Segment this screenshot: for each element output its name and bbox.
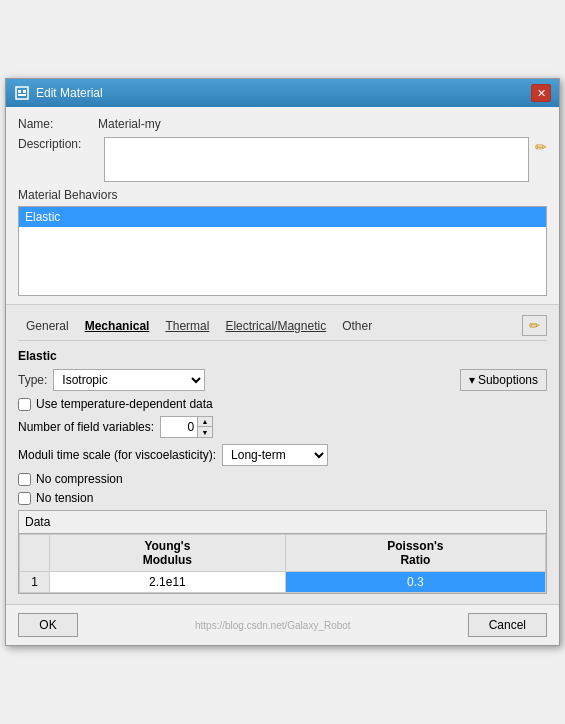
cancel-button[interactable]: Cancel [468, 613, 547, 637]
svg-rect-2 [23, 90, 26, 93]
no-compression-row: No compression [18, 472, 547, 486]
elastic-section-title: Elastic [18, 349, 547, 363]
spinner-buttons: ▲ ▼ [197, 417, 212, 437]
ok-button[interactable]: OK [18, 613, 78, 637]
name-label: Name: [18, 117, 98, 131]
field-vars-input[interactable] [161, 417, 197, 437]
titlebar: Edit Material ✕ [6, 79, 559, 107]
tab-electrical-magnetic[interactable]: Electrical/Magnetic [217, 316, 334, 336]
description-row: Description: ✏ [18, 137, 547, 182]
table-cell-youngs[interactable]: 2.1e11 [50, 572, 286, 593]
table-cell-poisson[interactable]: 0.3 [285, 572, 545, 593]
svg-rect-1 [18, 90, 21, 93]
table-col-youngs: Young'sModulus [50, 535, 286, 572]
tab-thermal[interactable]: Thermal [157, 316, 217, 336]
behaviors-box: Elastic [18, 206, 547, 296]
tabs-bar: General Mechanical Thermal Electrical/Ma… [18, 315, 547, 341]
bottom-bar: OK https://blog.csdn.net/Galaxy_Robot Ca… [6, 604, 559, 645]
description-label: Description: [18, 137, 98, 151]
temp-dependent-label: Use temperature-dependent data [36, 397, 213, 411]
name-value: Material-my [98, 117, 161, 131]
temp-dependent-checkbox[interactable] [18, 398, 31, 411]
description-edit-icon[interactable]: ✏ [535, 139, 547, 155]
tab-other-label: Other [342, 319, 372, 333]
behaviors-section-label: Material Behaviors [18, 188, 547, 202]
type-select[interactable]: Isotropic Orthotropic Anisotropic Engine… [53, 369, 205, 391]
tab-electrical-magnetic-label: Electrical/Magnetic [225, 319, 326, 333]
lower-section: General Mechanical Thermal Electrical/Ma… [6, 304, 559, 604]
close-button[interactable]: ✕ [531, 84, 551, 102]
url-text: https://blog.csdn.net/Galaxy_Robot [195, 620, 351, 631]
tab-general[interactable]: General [18, 316, 77, 336]
window-title: Edit Material [36, 86, 103, 100]
data-table-wrapper: Data Young'sModulus Poisson'sRatio 1 2.1… [18, 510, 547, 594]
field-vars-row: Number of field variables: ▲ ▼ [18, 416, 547, 438]
suboptions-button[interactable]: ▾ Suboptions [460, 369, 547, 391]
field-vars-spinner: ▲ ▼ [160, 416, 213, 438]
behavior-item-label: Elastic [25, 210, 60, 224]
table-cell-rownum: 1 [20, 572, 50, 593]
titlebar-left: Edit Material [14, 85, 103, 101]
no-tension-label: No tension [36, 491, 93, 505]
tab-mechanical-label: Mechanical [85, 319, 150, 333]
type-label: Type: [18, 373, 47, 387]
data-section-title: Data [19, 511, 546, 534]
no-tension-row: No tension [18, 491, 547, 505]
tabs-edit-icon[interactable]: ✏ [522, 315, 547, 336]
description-input[interactable] [104, 137, 529, 182]
svg-rect-0 [16, 87, 28, 99]
no-compression-checkbox[interactable] [18, 473, 31, 486]
spinner-up-button[interactable]: ▲ [198, 417, 212, 427]
svg-rect-3 [18, 94, 26, 96]
tab-thermal-label: Thermal [165, 319, 209, 333]
name-row: Name: Material-my [18, 117, 547, 131]
tab-general-label: General [26, 319, 69, 333]
no-compression-label: No compression [36, 472, 123, 486]
table-row: 1 2.1e11 0.3 [20, 572, 546, 593]
moduli-label: Moduli time scale (for viscoelasticity): [18, 448, 216, 462]
temp-dependent-row: Use temperature-dependent data [18, 397, 547, 411]
table-col-poisson: Poisson'sRatio [285, 535, 545, 572]
tab-mechanical[interactable]: Mechanical [77, 316, 158, 336]
main-content: Name: Material-my Description: ✏ Materia… [6, 107, 559, 296]
moduli-select[interactable]: Long-term Instantaneous [222, 444, 328, 466]
tab-other[interactable]: Other [334, 316, 380, 336]
moduli-row: Moduli time scale (for viscoelasticity):… [18, 444, 547, 466]
window-icon [14, 85, 30, 101]
table-header-row: Young'sModulus Poisson'sRatio [20, 535, 546, 572]
edit-material-window: Edit Material ✕ Name: Material-my Descri… [5, 78, 560, 646]
field-vars-label: Number of field variables: [18, 420, 154, 434]
no-tension-checkbox[interactable] [18, 492, 31, 505]
behavior-item-elastic[interactable]: Elastic [19, 207, 546, 227]
spinner-down-button[interactable]: ▼ [198, 427, 212, 437]
data-table: Young'sModulus Poisson'sRatio 1 2.1e11 0… [19, 534, 546, 593]
type-row: Type: Isotropic Orthotropic Anisotropic … [18, 369, 547, 391]
table-col-num [20, 535, 50, 572]
